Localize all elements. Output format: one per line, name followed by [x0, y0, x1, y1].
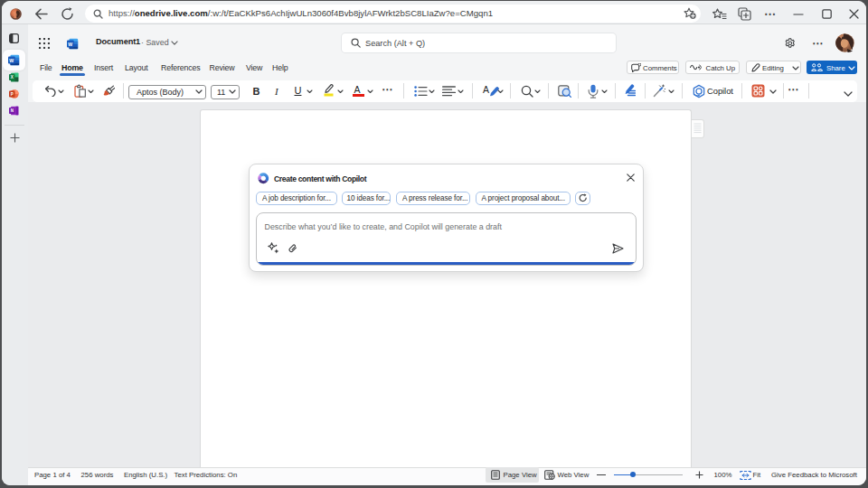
svg-text:N: N: [11, 108, 14, 113]
svg-text:P: P: [11, 92, 14, 97]
svg-text:X: X: [11, 75, 14, 80]
svg-text:W: W: [9, 58, 14, 63]
svg-text:W: W: [68, 42, 72, 47]
